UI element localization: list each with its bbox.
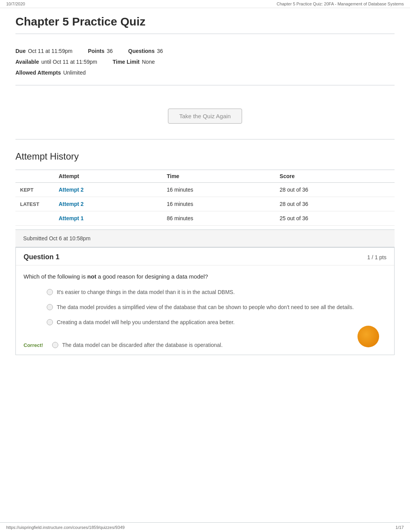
row-score: 25 out of 36 — [275, 211, 395, 226]
answer-radio — [47, 289, 53, 295]
due-value: Oct 11 at 11:59pm — [28, 46, 72, 56]
row-score: 28 out of 36 — [275, 197, 395, 211]
emoji-sticker — [357, 326, 379, 347]
question-pts: 1 / 1 pts — [367, 254, 386, 260]
answer-item: Creating a data model will help you unde… — [47, 318, 386, 326]
answer-radio — [47, 304, 53, 310]
correct-label: Correct! — [24, 342, 47, 348]
col-label — [15, 170, 54, 183]
correct-radio — [52, 342, 58, 348]
correct-answer-text: The data model can be discarded after th… — [62, 341, 223, 349]
col-score: Score — [275, 170, 395, 183]
row-label: LATEST — [15, 197, 54, 211]
row-time: 86 minutes — [162, 211, 275, 226]
row-label: KEPT — [15, 183, 54, 197]
due-label: Due — [15, 46, 25, 56]
browser-date: 10/7/2020 — [6, 2, 25, 6]
take-quiz-area: Take the Quiz Again — [15, 97, 395, 139]
time-limit-label: Time Limit — [113, 56, 140, 67]
question-text-bold: not — [87, 273, 96, 280]
allowed-attempts-value: Unlimited — [63, 67, 86, 78]
row-label — [15, 211, 54, 226]
question-block-wrapper: Question 1 1 / 1 pts Which of the follow… — [15, 247, 395, 355]
answer-text: It's easier to change things in the data… — [57, 288, 235, 296]
available-value: until Oct 11 at 11:59pm — [41, 56, 97, 67]
quiz-meta: Due Oct 11 at 11:59pm Points 36 Question… — [15, 41, 395, 85]
table-row: KEPTAttempt 216 minutes28 out of 36 — [15, 183, 395, 197]
question-text-pre: Which of the following is — [24, 273, 87, 280]
browser-page-title: Chapter 5 Practice Quiz: 20FA - Manageme… — [276, 2, 404, 6]
questions-value: 36 — [157, 46, 163, 56]
col-attempt: Attempt — [54, 170, 162, 183]
allowed-attempts-label: Allowed Attempts — [15, 67, 61, 78]
points-label: Points — [88, 46, 105, 56]
page-title: Chapter 5 Practice Quiz — [15, 8, 395, 34]
take-quiz-button[interactable]: Take the Quiz Again — [168, 109, 242, 124]
time-limit-value: None — [142, 56, 155, 67]
questions-label: Questions — [128, 46, 154, 56]
col-time: Time — [162, 170, 275, 183]
question-text: Which of the following is not a good rea… — [24, 272, 386, 281]
question-header: Question 1 1 / 1 pts — [16, 248, 394, 265]
row-attempt[interactable]: Attempt 2 — [54, 183, 162, 197]
row-attempt[interactable]: Attempt 2 — [54, 197, 162, 211]
row-time: 16 minutes — [162, 197, 275, 211]
row-time: 16 minutes — [162, 183, 275, 197]
correct-row: Correct! The data model can be discarded… — [16, 337, 394, 355]
answer-text: The data model provides a simplified vie… — [57, 303, 354, 311]
question-1-block: Question 1 1 / 1 pts Which of the follow… — [15, 247, 395, 355]
attempt-history-title: Attempt History — [15, 151, 395, 162]
answer-item: The data model provides a simplified vie… — [47, 303, 386, 311]
correct-answer-item: The data model can be discarded after th… — [52, 341, 223, 349]
row-score: 28 out of 36 — [275, 183, 395, 197]
answer-text: Creating a data model will help you unde… — [57, 318, 235, 326]
available-label: Available — [15, 56, 39, 67]
submitted-info: Submitted Oct 6 at 10:58pm — [15, 229, 395, 247]
question-title: Question 1 — [24, 253, 59, 261]
question-body: Which of the following is not a good rea… — [16, 265, 394, 337]
table-row: Attempt 186 minutes25 out of 36 — [15, 211, 395, 226]
answer-radio — [47, 319, 53, 325]
points-value: 36 — [107, 46, 113, 56]
answers-list: It's easier to change things in the data… — [24, 288, 386, 326]
attempt-history-table: Attempt Time Score KEPTAttempt 216 minut… — [15, 170, 395, 226]
question-text-post: a good reason for designing a data model… — [96, 273, 208, 280]
answer-item: It's easier to change things in the data… — [47, 288, 386, 296]
table-row: LATESTAttempt 216 minutes28 out of 36 — [15, 197, 395, 211]
row-attempt[interactable]: Attempt 1 — [54, 211, 162, 226]
